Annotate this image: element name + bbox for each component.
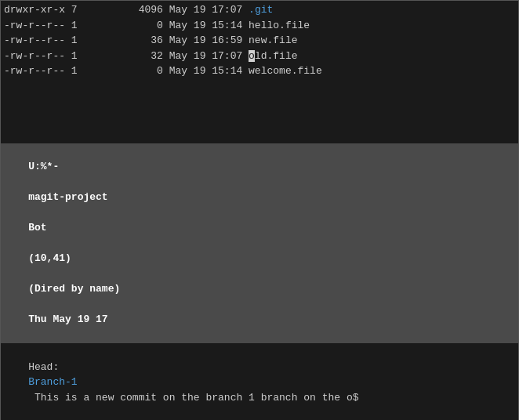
spacer2 [28,207,96,219]
file-row-welcome: -rw-r--r-- 1 0 May 19 15:14 welcome.file [4,63,515,79]
mode-indicator-top: U:%*- [28,161,59,172]
spacer3 [28,237,34,249]
head-line: Head: Branch-1 This is a new commit on t… [1,343,518,420]
mode-desc-top: (Dired by name) [28,283,120,295]
file-listing-pane: drwxr-xr-x 7 4096 May 19 17:07 .git -rw-… [1,1,518,81]
file-row-new: -rw-r--r-- 1 36 May 19 16:59 new.file [4,33,515,49]
position-top: (10,41) [28,252,71,264]
empty-area [1,81,518,143]
datetime-top: Thu May 19 17 [28,313,107,325]
spacer5 [28,299,34,310]
file-row-git: drwxr-xr-x 7 4096 May 19 17:07 .git [4,2,515,18]
head-message: This is a new commit on the branch 1 bra… [28,392,358,404]
head-branch: Branch-1 [28,376,77,388]
status-bar-top: U:%*- magit-project Bot (10,41) (Dired b… [1,143,518,344]
spacer1 [28,176,41,188]
terminal: drwxr-xr-x 7 4096 May 19 17:07 .git -rw-… [0,0,519,420]
bot-label: Bot [28,222,46,234]
file-row-hello: -rw-r--r-- 1 0 May 19 15:14 hello.file [4,18,515,34]
head-label: Head: [28,361,77,373]
project-name-top: magit-project [28,191,107,203]
spacer4 [28,268,53,280]
file-row-old: -rw-r--r-- 1 32 May 19 17:07 old.file [4,49,515,64]
